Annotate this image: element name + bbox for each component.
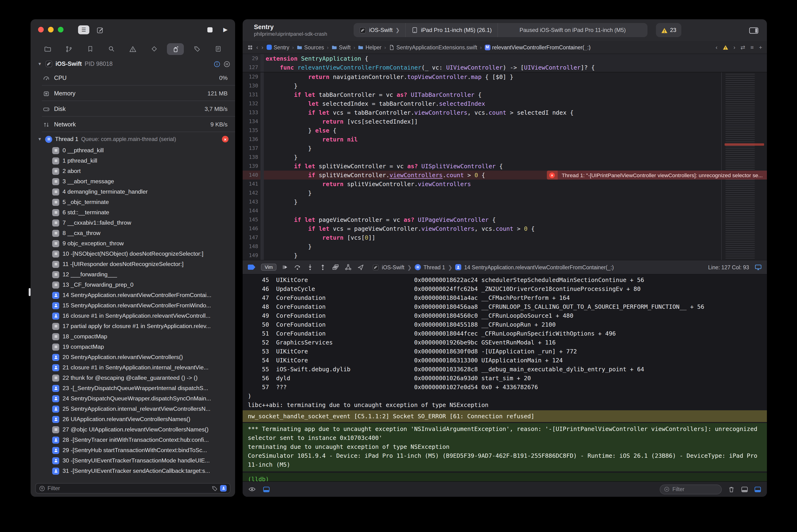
breadcrumb-item[interactable]: Sentry	[266, 44, 290, 50]
zoom-window-button[interactable]	[58, 27, 63, 33]
inspector-toggle-icon[interactable]	[749, 26, 758, 34]
code-line-149[interactable]: 149 }	[243, 251, 767, 260]
console-filter-input[interactable]: Filter	[660, 484, 722, 494]
line-number[interactable]: 134	[243, 117, 260, 126]
line-number[interactable]: 129	[243, 72, 260, 81]
stop-button[interactable]	[207, 27, 212, 32]
memory-graph-icon[interactable]	[345, 264, 352, 271]
line-number[interactable]: 127	[243, 63, 260, 72]
stack-frame-row[interactable]: 20 SentryApplication.relevantViewControl…	[52, 352, 235, 362]
code-line-142[interactable]: 142 }	[243, 188, 767, 197]
line-number[interactable]: 140	[243, 171, 260, 179]
code-line-141[interactable]: 141 return splitViewController.viewContr…	[243, 179, 767, 188]
line-number[interactable]: 137	[243, 144, 260, 153]
warnings-badge[interactable]: 23	[656, 23, 682, 37]
console-toggle-icon[interactable]	[754, 486, 761, 493]
gauge-row-network[interactable]: Network9 KB/s	[31, 117, 235, 132]
breadcrumb-item[interactable]: MrelevantViewControllerFromContainer(_:)	[485, 44, 591, 50]
forward-icon[interactable]: ›	[261, 44, 263, 51]
code-line-132[interactable]: 132 let selectedIndex = tabBarController…	[243, 99, 767, 108]
error-annotation[interactable]: × Thread 1: "-[UIPrintPanelViewControlle…	[546, 171, 767, 179]
stack-frame-row[interactable]: 30 -[SentryUIEventTrackerTransactionMode…	[52, 455, 235, 466]
line-number[interactable]: 147	[243, 233, 260, 242]
code-line-146[interactable]: 146 if let vcs = pageViewController.view…	[243, 224, 767, 233]
stack-frame-row[interactable]: 16 closure #1 in SentryApplication.relev…	[52, 311, 235, 321]
debug-crumb-thread[interactable]: Thread 1	[423, 264, 445, 270]
project-navigator-tab[interactable]	[39, 43, 56, 55]
line-number[interactable]: 135	[243, 126, 260, 135]
code-line-147[interactable]: 147 return [vcs[0]]	[243, 233, 767, 242]
stack-frame-row[interactable]: 8 __cxa_throw	[52, 228, 235, 238]
stack-frame-row[interactable]: 19 compactMap	[52, 342, 235, 352]
line-number[interactable]: 146	[243, 224, 260, 233]
add-editor-icon[interactable]: +	[759, 44, 762, 51]
stack-frame-row[interactable]: 4 demangling_terminate_handler	[52, 187, 235, 197]
source-editor[interactable]: 29extension SentryApplication {127 func …	[243, 54, 767, 260]
step-over-icon[interactable]	[294, 264, 301, 271]
breadcrumb-item[interactable]: SentryApplicationExtensions.swift	[389, 44, 477, 50]
swap-editor-icon[interactable]: ⇄	[741, 44, 745, 51]
issue-warning-icon[interactable]	[723, 44, 728, 51]
line-number[interactable]: 131	[243, 90, 260, 99]
debug-crumb-frame[interactable]: 14 SentryApplication.relevantViewControl…	[464, 264, 614, 270]
line-number[interactable]: 145	[243, 215, 260, 224]
compose-icon[interactable]	[96, 25, 104, 34]
code-line-144[interactable]: 144	[243, 206, 767, 215]
code-line-129[interactable]: 129 return navigationController.topViewC…	[243, 72, 767, 81]
user-frames-filter-icon[interactable]	[220, 485, 227, 492]
stack-frame-row[interactable]: 2 abort	[52, 166, 235, 176]
minimize-window-button[interactable]	[48, 27, 54, 33]
stack-frame-row[interactable]: 1 pthread_kill	[52, 155, 235, 166]
breakpoints-toggle-icon[interactable]	[248, 265, 255, 270]
stack-frame-row[interactable]: 18 _compactMap	[52, 331, 235, 342]
code-line-139[interactable]: 139 if let splitViewController = vc as? …	[243, 162, 767, 171]
stack-frame-row[interactable]: 17 partial apply for closure #1 in Sentr…	[52, 321, 235, 331]
stack-frame-row[interactable]: 31 -[SentryUIEventTracker sendActionCall…	[52, 466, 235, 476]
scheme-selector[interactable]: iOS-Swift ❯	[354, 23, 405, 37]
sidebar-resize-handle[interactable]	[29, 288, 31, 296]
adjust-editor-icon[interactable]: ≡	[750, 44, 754, 51]
continue-icon[interactable]	[282, 264, 288, 270]
gauge-row-disk[interactable]: Disk3,7 MB/s	[31, 101, 235, 117]
navigator-filter-input[interactable]: Filter	[35, 483, 230, 493]
close-window-button[interactable]	[38, 27, 44, 33]
debug-navigator-tab[interactable]	[167, 43, 184, 55]
breadcrumb-item[interactable]: Helper	[358, 44, 382, 50]
back-icon[interactable]: ‹	[256, 44, 258, 51]
line-number[interactable]: 130	[243, 81, 260, 90]
info-icon[interactable]	[214, 60, 221, 68]
variables-view-toggle-icon[interactable]	[741, 486, 748, 493]
stack-frame-row[interactable]: 10 -[NSObject(NSObject) doesNotRecognize…	[52, 249, 235, 259]
tests-tab[interactable]	[146, 43, 163, 55]
lldb-prompt[interactable]: (lldb)	[243, 473, 767, 481]
stack-frame-row[interactable]: 15 SentryApplication.relevantViewControl…	[52, 300, 235, 311]
code-line-137[interactable]: 137 }	[243, 144, 767, 153]
line-number[interactable]: 143	[243, 197, 260, 206]
find-tab[interactable]	[103, 43, 120, 55]
previous-issue-icon[interactable]: ‹	[716, 44, 718, 51]
gauge-row-cpu[interactable]: CPU0%	[31, 70, 235, 86]
reports-tab[interactable]	[210, 43, 227, 55]
debug-console[interactable]: 45 UIKitCore 0x000000018622ac24 schedule…	[243, 274, 767, 481]
step-into-icon[interactable]	[307, 264, 314, 271]
process-row[interactable]: ▼ iOS-Swift PID 98018	[31, 58, 235, 70]
gauge-row-memory[interactable]: Memory121 MB	[31, 86, 235, 101]
step-out-icon[interactable]	[319, 264, 326, 271]
code-line-134[interactable]: 134 return [vcs[selectedIndex]]	[243, 117, 767, 126]
stack-frame-row[interactable]: 0 __pthread_kill	[52, 145, 235, 155]
stack-frame-row[interactable]: 12 ___forwarding___	[52, 269, 235, 280]
clear-console-icon[interactable]	[728, 486, 735, 493]
code-line-145[interactable]: 145 if let pageViewController = vc as? U…	[243, 215, 767, 224]
code-line-135[interactable]: 135 } else {	[243, 126, 767, 135]
code-line-133[interactable]: 133 if let vcs = tabBarController.viewCo…	[243, 108, 767, 117]
view-hierarchy-icon[interactable]	[332, 264, 339, 271]
stack-frame-row[interactable]: 22 thunk for @escaping @callee_guarantee…	[52, 373, 235, 383]
stack-frame-row[interactable]: 7 __cxxabiv1::failed_throw	[52, 217, 235, 228]
thread-row[interactable]: ▼ Thread 1 Queue: com.apple.main-thread …	[31, 133, 235, 145]
line-number[interactable]: 133	[243, 108, 260, 117]
screen-icon[interactable]	[755, 264, 762, 271]
stack-frame-row[interactable]: 29 -[SentryHub startTransactionWithConte…	[52, 445, 235, 455]
line-number[interactable]: 142	[243, 188, 260, 197]
quicklook-eye-icon[interactable]	[248, 486, 256, 493]
line-number[interactable]: 144	[243, 206, 260, 215]
